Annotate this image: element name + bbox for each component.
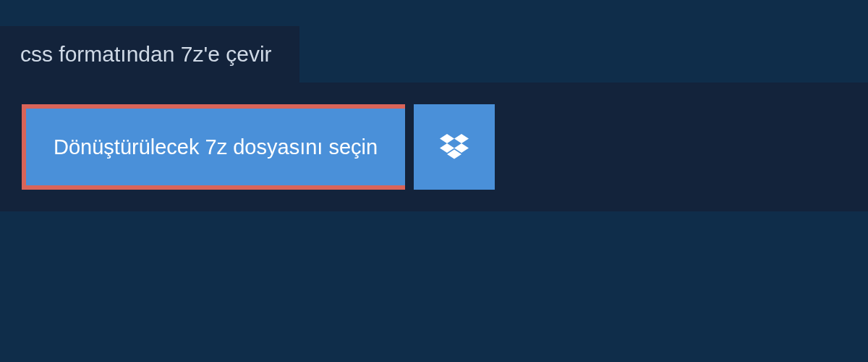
button-row: Dönüştürülecek 7z dosyasını seçin: [22, 104, 495, 190]
title-tab: css formatından 7z'e çevir: [0, 26, 299, 83]
dropbox-icon: [440, 134, 469, 160]
upload-panel: Dönüştürülecek 7z dosyasını seçin: [0, 83, 868, 211]
page-title: css formatından 7z'e çevir: [20, 42, 272, 66]
select-file-button[interactable]: Dönüştürülecek 7z dosyasını seçin: [22, 104, 405, 190]
dropbox-button[interactable]: [414, 104, 495, 190]
select-file-label: Dönüştürülecek 7z dosyasını seçin: [54, 135, 378, 159]
